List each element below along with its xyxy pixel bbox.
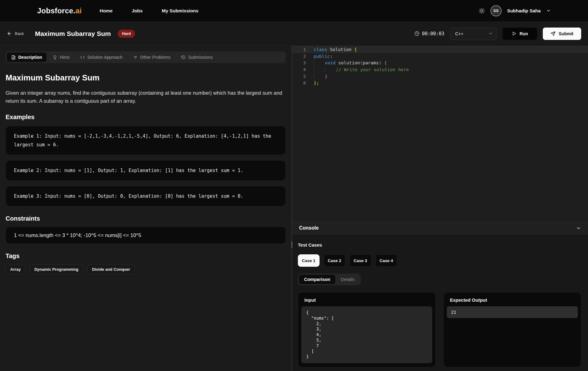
submit-label: Submit (559, 31, 573, 36)
filter-icon (133, 55, 138, 60)
console-chevron-icon (576, 226, 581, 231)
line-number: 6 (292, 80, 314, 85)
clock-icon (414, 31, 420, 36)
header-actions: 00:00:03 C++ Run Submit (414, 28, 581, 40)
language-select[interactable]: C++ (450, 28, 497, 40)
io-cards: Input { "nums": [ 2, 3, 4, 5, 7 ] } Expe… (298, 292, 581, 367)
back-label: Back (15, 31, 24, 36)
play-icon (512, 31, 516, 36)
back-button[interactable]: Back (7, 31, 24, 36)
example-box-1: Example 1: Input: nums = [-2,1,-3,4,-1,2… (6, 126, 286, 155)
description-panel: Description Hints Solution Approach (0, 46, 291, 371)
code-icon (80, 55, 85, 60)
tab-label: Hints (60, 55, 70, 60)
lightbulb-icon (53, 55, 57, 60)
nav-link-home[interactable]: Home (100, 8, 113, 13)
tab-label: Submissions (188, 55, 213, 60)
description-tabs: Description Hints Solution Approach (6, 51, 286, 63)
tags-row: Array Dynamic Programming Divide and Con… (6, 265, 286, 274)
divider-grip (291, 241, 293, 248)
code-line: 5 } (292, 73, 588, 80)
code-line: 3 void solution(params) { (292, 59, 588, 66)
user-name: Subhadip Saha (507, 8, 541, 13)
timer: 00:00:03 (414, 31, 444, 37)
line-number: 3 (292, 60, 314, 65)
tab-hints[interactable]: Hints (48, 53, 74, 62)
tab-label: Description (18, 55, 42, 60)
tags-heading: Tags (6, 252, 286, 260)
send-icon (551, 31, 555, 36)
nav-links: Home Jobs My Submissions (100, 8, 198, 13)
example-box-3: Example 3: Input: nums = [0], Output: 0,… (6, 186, 286, 206)
problem-statement: Given an integer array nums, find the co… (6, 89, 286, 105)
app-window: Jobsforce.ai Home Jobs My Submissions SS… (0, 0, 588, 371)
code-line: 1 class Solution { (292, 46, 588, 53)
brand-accent: ai (75, 6, 81, 15)
input-label: Input (298, 292, 435, 306)
language-value: C++ (455, 31, 463, 36)
line-number: 4 (292, 67, 314, 72)
comparison-tab[interactable]: Comparison (299, 275, 335, 284)
view-toggle: Comparison Details (298, 274, 361, 285)
tag-array[interactable]: Array (6, 265, 25, 274)
case-3-button[interactable]: Case 3 (350, 254, 371, 267)
test-cases-label: Test Cases (298, 242, 581, 248)
expected-output-label: Expected Output (444, 292, 581, 306)
user-avatar[interactable]: SS (490, 5, 502, 16)
submit-button[interactable]: Submit (543, 28, 581, 40)
case-2-button[interactable]: Case 2 (324, 254, 346, 267)
code-line: 2 public: (292, 53, 588, 60)
tab-other-problems[interactable]: Other Problems (129, 53, 175, 62)
console-toggle-bar[interactable]: Console (292, 222, 588, 234)
run-button[interactable]: Run (503, 28, 537, 40)
line-number: 5 (292, 74, 314, 79)
user-menu-chevron-icon[interactable] (546, 8, 551, 13)
theme-toggle-button[interactable] (479, 8, 485, 14)
code-line: 4 // Write your solution here (292, 66, 588, 73)
code-editor[interactable]: 1 class Solution { 2 public: 3 void solu… (292, 46, 588, 222)
expected-output-card: Expected Output 21 (443, 292, 581, 367)
case-4-button[interactable]: Case 4 (376, 254, 397, 267)
tag-dynamic-programming[interactable]: Dynamic Programming (30, 265, 83, 274)
editor-panel: 1 class Solution { 2 public: 3 void solu… (292, 46, 588, 371)
case-buttons: Case 1 Case 2 Case 3 Case 4 (298, 254, 581, 267)
timer-value: 00:00:03 (422, 31, 444, 37)
brand-logo[interactable]: Jobsforce.ai (37, 6, 82, 15)
console-title: Console (299, 225, 319, 231)
top-navbar: Jobsforce.ai Home Jobs My Submissions SS… (0, 0, 588, 22)
line-number: 2 (292, 54, 314, 59)
brand-main: Jobsforce. (37, 6, 75, 15)
expected-output-value: 21 (447, 306, 578, 318)
tab-description[interactable]: Description (7, 53, 46, 62)
example-box-2: Example 2: Input: nums = [1], Output: 1,… (6, 160, 286, 181)
constraints-heading: Constraints (6, 215, 286, 222)
problem-title: Maximum Subarray Sum (6, 73, 286, 83)
navbar-right: SS Subhadip Saha (479, 5, 551, 16)
history-icon (181, 55, 186, 60)
tag-divide-and-conquer[interactable]: Divide and Conquer (87, 265, 135, 274)
tab-label: Other Problems (140, 55, 171, 60)
nav-link-my-submissions[interactable]: My Submissions (162, 8, 198, 13)
page-title: Maximum Subarray Sum (35, 30, 111, 37)
tab-submissions[interactable]: Submissions (177, 53, 217, 62)
tab-label: Solution Approach (87, 55, 123, 60)
select-chevron-icon (488, 31, 493, 36)
case-1-button[interactable]: Case 1 (298, 254, 320, 267)
main-split: Description Hints Solution Approach (0, 46, 588, 371)
difficulty-badge: Hard (118, 30, 135, 38)
nav-link-jobs[interactable]: Jobs (132, 8, 142, 13)
constraints-box: 1 <= nums.length <= 3 * 10^4; -10^5 <= n… (6, 227, 286, 244)
panel-resize-divider[interactable] (291, 46, 292, 371)
sun-icon (479, 8, 485, 14)
input-card: Input { "nums": [ 2, 3, 4, 5, 7 ] } (298, 292, 436, 367)
document-icon (11, 55, 16, 60)
tab-solution-approach[interactable]: Solution Approach (76, 53, 127, 62)
back-arrow-icon (7, 31, 12, 36)
code-line: 6 }; (292, 80, 588, 86)
console-body: Test Cases Case 1 Case 2 Case 3 Case 4 C… (292, 234, 588, 371)
line-number: 1 (292, 47, 314, 52)
details-tab[interactable]: Details (336, 275, 359, 284)
examples-heading: Examples (6, 114, 286, 121)
input-json: { "nums": [ 2, 3, 4, 5, 7 ] } (301, 306, 432, 363)
run-label: Run (520, 31, 528, 36)
